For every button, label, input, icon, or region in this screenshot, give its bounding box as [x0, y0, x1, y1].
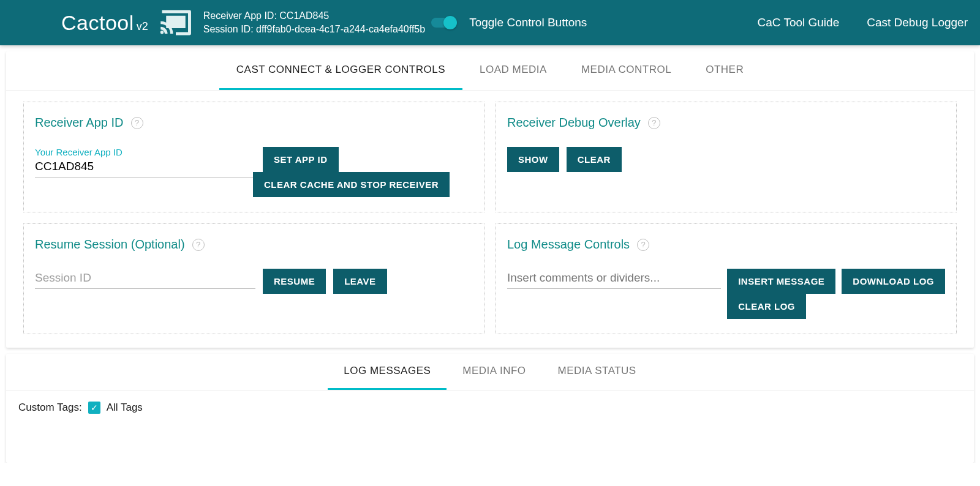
toggle-control-buttons: Toggle Control Buttons [431, 16, 587, 29]
card-title: Receiver Debug Overlay [507, 116, 641, 130]
card-resume-session: Resume Session (Optional) ? RESUME LEAVE [23, 223, 484, 334]
card-title: Resume Session (Optional) [35, 237, 185, 252]
field-label: Your Receiver App ID [35, 147, 255, 157]
card-title: Log Message Controls [507, 237, 630, 252]
clear-cache-button[interactable]: CLEAR CACHE AND STOP RECEIVER [253, 172, 450, 197]
all-tags-label: All Tags [107, 402, 143, 414]
toggle-knob [443, 16, 457, 29]
session-id-label: Session ID: [203, 24, 254, 34]
clear-log-button[interactable]: CLEAR LOG [727, 294, 806, 319]
insert-message-button[interactable]: INSERT MESSAGE [727, 269, 835, 294]
tab-load-media[interactable]: LOAD MEDIA [462, 51, 564, 90]
header-session-info: Receiver App ID: CC1AD845 Session ID: df… [203, 9, 425, 37]
toggle-switch[interactable] [431, 18, 456, 28]
tab-other[interactable]: OTHER [688, 51, 761, 90]
cast-debug-logger-link[interactable]: Cast Debug Logger [867, 16, 968, 29]
log-message-input[interactable] [507, 269, 721, 289]
tab-media-control[interactable]: MEDIA CONTROL [564, 51, 688, 90]
session-id-input[interactable] [35, 269, 255, 289]
svg-point-1 [160, 31, 164, 34]
tab-log-messages[interactable]: LOG MESSAGES [328, 354, 447, 390]
cast-icon[interactable] [159, 10, 192, 36]
clear-overlay-button[interactable]: CLEAR [567, 147, 622, 172]
help-icon[interactable]: ? [648, 117, 660, 129]
toggle-label: Toggle Control Buttons [469, 16, 587, 29]
custom-tags-row: Custom Tags: ✓ All Tags [6, 391, 974, 463]
app-header: Cactool v2 Receiver App ID: CC1AD845 Ses… [0, 0, 980, 45]
show-overlay-button[interactable]: SHOW [507, 147, 559, 172]
session-id-value: dff9fab0-dcea-4c17-a244-ca4efa40ff5b [256, 24, 425, 34]
app-version: v2 [137, 20, 148, 33]
receiver-app-id-input[interactable] [35, 157, 255, 178]
card-receiver-app-id: Receiver App ID ? Your Receiver App ID S… [23, 102, 484, 212]
controls-panel: CAST CONNECT & LOGGER CONTROLS LOAD MEDI… [6, 51, 974, 348]
custom-tags-label: Custom Tags: [18, 402, 82, 414]
set-app-id-button[interactable]: SET APP ID [263, 147, 339, 172]
help-icon[interactable]: ? [131, 117, 143, 129]
card-title: Receiver App ID [35, 116, 124, 130]
all-tags-checkbox[interactable]: ✓ [88, 402, 100, 414]
tab-media-info[interactable]: MEDIA INFO [447, 354, 541, 390]
log-tabs: LOG MESSAGES MEDIA INFO MEDIA STATUS [6, 354, 974, 391]
download-log-button[interactable]: DOWNLOAD LOG [842, 269, 945, 294]
tab-cast-connect[interactable]: CAST CONNECT & LOGGER CONTROLS [219, 51, 462, 90]
resume-button[interactable]: RESUME [263, 269, 326, 294]
cac-tool-guide-link[interactable]: CaC Tool Guide [757, 16, 839, 29]
leave-button[interactable]: LEAVE [333, 269, 386, 294]
help-icon[interactable]: ? [192, 239, 205, 251]
card-debug-overlay: Receiver Debug Overlay ? SHOW CLEAR [496, 102, 957, 212]
card-log-controls: Log Message Controls ? INSERT MESSAGE CL… [496, 223, 957, 334]
app-title: Cactool [61, 11, 134, 35]
log-panel: LOG MESSAGES MEDIA INFO MEDIA STATUS Cus… [6, 354, 974, 463]
receiver-app-id-value: CC1AD845 [279, 10, 329, 21]
help-icon[interactable]: ? [637, 239, 649, 251]
main-tabs: CAST CONNECT & LOGGER CONTROLS LOAD MEDI… [6, 51, 974, 91]
tab-media-status[interactable]: MEDIA STATUS [542, 354, 652, 390]
receiver-app-id-label: Receiver App ID: [203, 10, 277, 21]
